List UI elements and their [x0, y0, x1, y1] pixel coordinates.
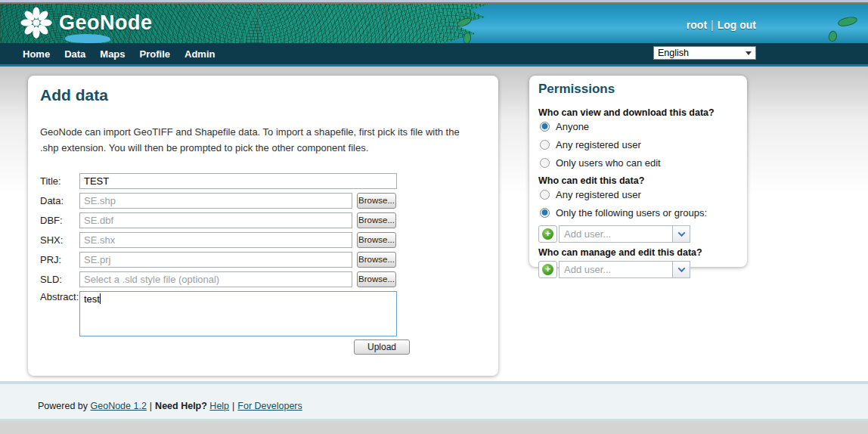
- view-option-editors-only[interactable]: Only users who can edit: [540, 157, 738, 169]
- footer-separator: |: [150, 401, 152, 411]
- chevron-down-icon: [677, 265, 685, 272]
- form-row-shx: SHX: Browse...: [40, 232, 486, 248]
- nav-item-data[interactable]: Data: [64, 48, 85, 60]
- data-label: Data:: [40, 195, 79, 206]
- island-shape: [827, 30, 839, 43]
- header-banner: GeoNode root|Log out: [0, 4, 868, 43]
- permissions-panel: Permissions Who can view and download th…: [529, 76, 747, 267]
- edit-permission-question: Who can edit this data?: [538, 175, 738, 186]
- upload-form: Title: Data: Browse... DBF: Browse... SH…: [40, 173, 486, 336]
- need-help-text: Need Help?: [155, 401, 207, 411]
- edit-users-combo: +: [538, 225, 690, 243]
- form-row-title: Title:: [40, 173, 486, 189]
- upload-button[interactable]: Upload: [354, 339, 410, 355]
- shx-browse-button[interactable]: Browse...: [357, 232, 396, 248]
- view-option-anyone[interactable]: Anyone: [540, 121, 738, 132]
- prj-label: PRJ:: [40, 254, 79, 265]
- radio-specific-users[interactable]: [540, 208, 550, 218]
- text-caret: [100, 293, 101, 304]
- dropdown-arrow-icon: [746, 51, 752, 55]
- footer: Powered by GeoNode 1.2|Need Help? Help|F…: [0, 384, 868, 419]
- sld-file-input[interactable]: [79, 271, 352, 287]
- radio-only-editors[interactable]: [540, 158, 550, 168]
- form-row-data: Data: Browse...: [40, 193, 486, 209]
- title-input[interactable]: [79, 173, 397, 189]
- username-link[interactable]: root: [687, 19, 707, 31]
- form-row-abstract: Abstract: test: [40, 291, 486, 336]
- page-title: Add data: [40, 86, 486, 104]
- add-edit-user-button[interactable]: +: [538, 225, 557, 243]
- add-user-plus-icon: +: [542, 228, 553, 240]
- manage-user-input[interactable]: [559, 261, 672, 278]
- form-row-dbf: DBF: Browse...: [40, 212, 486, 228]
- dbf-browse-button[interactable]: Browse...: [357, 212, 396, 228]
- nav-items: Home Data Maps Profile Admin: [23, 43, 215, 64]
- brand-logo[interactable]: GeoNode: [20, 6, 153, 39]
- abstract-label: Abstract:: [40, 291, 79, 302]
- edit-option-specific-users[interactable]: Only the following users or groups:: [540, 207, 738, 219]
- logout-link[interactable]: Log out: [718, 19, 756, 31]
- nav-item-home[interactable]: Home: [23, 48, 50, 60]
- edit-user-dropdown-button[interactable]: [672, 225, 690, 243]
- footer-text: Powered by GeoNode 1.2|Need Help? Help|F…: [38, 401, 302, 411]
- help-link[interactable]: Help: [209, 401, 229, 411]
- footer-separator: |: [232, 401, 234, 411]
- form-description: GeoNode can import GeoTIFF and Shapefile…: [40, 124, 463, 157]
- abstract-textarea[interactable]: test: [79, 291, 397, 336]
- brand-name: GeoNode: [59, 11, 153, 35]
- radio-anyone[interactable]: [540, 122, 550, 132]
- manage-permission-question: Who can manage and edit this data?: [538, 247, 738, 258]
- for-developers-link[interactable]: For Developers: [237, 401, 302, 411]
- user-session-links: root|Log out: [687, 19, 756, 31]
- nav-item-maps[interactable]: Maps: [100, 48, 125, 60]
- view-permission-question: Who can view and download this data?: [538, 107, 738, 118]
- manage-user-dropdown-button[interactable]: [672, 261, 690, 278]
- add-manage-user-button[interactable]: +: [538, 261, 557, 278]
- title-label: Title:: [40, 175, 79, 187]
- manage-users-combo: +: [538, 261, 690, 278]
- shx-label: SHX:: [40, 234, 79, 246]
- form-row-prj: PRJ: Browse...: [40, 252, 486, 268]
- view-option-registered[interactable]: Any registered user: [540, 139, 738, 150]
- form-row-sld: SLD: Browse...: [40, 271, 486, 287]
- dbf-label: DBF:: [40, 215, 79, 226]
- island-shape: [837, 15, 858, 28]
- radio-any-registered-edit[interactable]: [540, 190, 550, 200]
- chevron-down-icon: [677, 229, 685, 237]
- permissions-title: Permissions: [538, 82, 738, 97]
- prj-file-input[interactable]: [79, 252, 352, 268]
- abstract-text: test: [84, 293, 100, 305]
- geonode-flower-icon: [20, 6, 53, 39]
- bottom-gray-strip: [0, 421, 868, 434]
- prj-browse-button[interactable]: Browse...: [357, 252, 396, 268]
- add-user-plus-icon: +: [542, 264, 553, 275]
- edit-user-input[interactable]: [559, 225, 672, 243]
- user-separator: |: [711, 19, 714, 31]
- edit-option-registered[interactable]: Any registered user: [540, 189, 738, 200]
- nav-item-admin[interactable]: Admin: [184, 48, 215, 60]
- shx-file-input[interactable]: [79, 232, 352, 248]
- add-data-panel: Add data GeoNode can import GeoTIFF and …: [28, 76, 498, 376]
- nav-item-profile[interactable]: Profile: [140, 48, 170, 60]
- data-file-input[interactable]: [79, 193, 352, 209]
- language-select-value: English: [658, 48, 689, 58]
- radio-any-registered-view[interactable]: [540, 140, 550, 150]
- powered-by-text: Powered by: [38, 401, 88, 411]
- geonode-add-data-page: GeoNode root|Log out Home Data Maps Prof…: [0, 0, 868, 434]
- language-select[interactable]: English: [653, 46, 756, 60]
- data-browse-button[interactable]: Browse...: [357, 193, 396, 209]
- sld-label: SLD:: [40, 274, 79, 285]
- geonode-version-link[interactable]: GeoNode 1.2: [91, 401, 147, 411]
- sld-browse-button[interactable]: Browse...: [357, 271, 396, 287]
- dbf-file-input[interactable]: [79, 212, 352, 228]
